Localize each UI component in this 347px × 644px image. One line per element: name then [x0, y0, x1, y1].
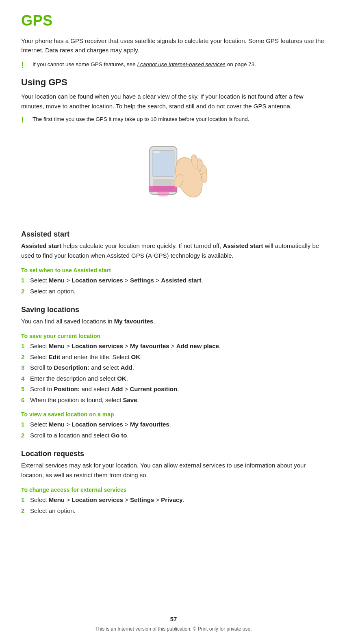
location-requests-text: External services may ask for your locat… [21, 461, 326, 480]
warning-icon: ! [21, 60, 28, 70]
step-item: 2 Select an option. [21, 287, 326, 296]
svg-point-9 [202, 172, 207, 183]
page-container: GPS Your phone has a GPS receiver that u… [0, 0, 347, 644]
page-footer: 57 This is an Internet version of this p… [0, 616, 347, 632]
step-text: Select an option. [30, 506, 76, 516]
procedure-change-access-title: To change access for external services [21, 487, 326, 493]
step-text: Select an option. [30, 287, 76, 296]
intro-warning-text: If you cannot use some GPS features, see… [33, 60, 256, 69]
step-number: 3 [21, 363, 30, 373]
step-text: Scroll to Description: and select Add. [30, 363, 134, 373]
step-item: 1 Select Menu > Location services > My f… [21, 420, 326, 429]
step-text: Select Menu > Location services > My fav… [30, 420, 171, 429]
assisted-start-bold1: Assisted start [21, 242, 61, 249]
using-gps-warning-text: The first time you use the GPS it may ta… [33, 115, 249, 123]
intro-text: Your phone has a GPS receiver that uses … [21, 37, 326, 55]
step-item: 4 Enter the description and select OK. [21, 374, 326, 383]
using-gps-text: Your location can be found when you have… [21, 92, 326, 111]
location-requests-heading: Location requests [21, 450, 326, 458]
svg-rect-1 [152, 151, 174, 176]
step-text: Select Edit and enter the title. Select … [30, 353, 142, 362]
using-gps-warning-block: ! The first time you use the GPS it may … [21, 115, 326, 125]
intro-warning-block: ! If you cannot use some GPS features, s… [21, 60, 326, 70]
step-text: When the position is found, select Save. [30, 396, 139, 405]
step-number: 1 [21, 342, 30, 351]
step-text: Select Menu > Location services > My fav… [30, 342, 221, 351]
step-text: Select Menu > Location services > Settin… [30, 495, 184, 505]
page-title: GPS [21, 12, 326, 29]
saving-locations-heading: Saving locations [21, 306, 326, 314]
step-number: 2 [21, 353, 30, 362]
step-item: 2 Select Edit and enter the title. Selec… [21, 353, 326, 362]
procedure-save-location-title: To save your current location [21, 333, 326, 339]
assisted-start-heading: Assisted start [21, 230, 326, 239]
step-item: 1 Select Menu > Location services > Sett… [21, 276, 326, 285]
phone-illustration [129, 137, 218, 218]
footer-legal: This is an Internet version of this publ… [95, 626, 252, 632]
step-number: 1 [21, 495, 30, 505]
content-body: GPS Your phone has a GPS receiver that u… [21, 12, 326, 551]
warning-link: I cannot use Internet-based services [137, 61, 226, 67]
change-access-steps: 1 Select Menu > Location services > Sett… [21, 495, 326, 515]
step-item: 1 Select Menu > Location services > Sett… [21, 495, 326, 505]
step-text: Select Menu > Location services > Settin… [30, 276, 203, 285]
view-location-steps: 1 Select Menu > Location services > My f… [21, 420, 326, 440]
step-number: 6 [21, 396, 30, 405]
step-item: 2 Scroll to a location and select Go to. [21, 431, 326, 440]
save-location-steps: 1 Select Menu > Location services > My f… [21, 342, 326, 405]
page-number: 57 [0, 616, 347, 622]
step-text: Scroll to Position: and select Add > Cur… [30, 385, 179, 394]
my-favourites-bold: My favourites [114, 318, 154, 325]
warning-icon-2: ! [21, 115, 28, 125]
phone-image-area [21, 137, 326, 218]
procedure-view-location-title: To view a saved location on a map [21, 411, 326, 418]
step-item: 2 Select an option. [21, 506, 326, 516]
step-item: 5 Scroll to Position: and select Add > C… [21, 385, 326, 394]
step-item: 3 Scroll to Description: and select Add. [21, 363, 326, 373]
svg-point-13 [157, 191, 169, 197]
step-number: 1 [21, 276, 30, 285]
step-item: 1 Select Menu > Location services > My f… [21, 342, 326, 351]
step-number: 2 [21, 431, 30, 440]
svg-rect-2 [153, 151, 160, 153]
step-item: 6 When the position is found, select Sav… [21, 396, 326, 405]
step-number: 5 [21, 385, 30, 394]
saving-locations-text: You can find all saved locations in My f… [21, 317, 326, 326]
procedure-assisted-start-title: To set when to use Assisted start [21, 267, 326, 274]
step-text: Enter the description and select OK. [30, 374, 128, 383]
assisted-start-text: Assisted start helps calculate your loca… [21, 241, 326, 261]
assisted-start-steps: 1 Select Menu > Location services > Sett… [21, 276, 326, 296]
step-text: Scroll to a location and select Go to. [30, 431, 129, 440]
step-number: 4 [21, 374, 30, 383]
step-number: 1 [21, 420, 30, 429]
step-number: 2 [21, 506, 30, 516]
step-number: 2 [21, 287, 30, 296]
assisted-start-bold2: Assisted start [223, 242, 263, 249]
using-gps-heading: Using GPS [21, 77, 326, 88]
